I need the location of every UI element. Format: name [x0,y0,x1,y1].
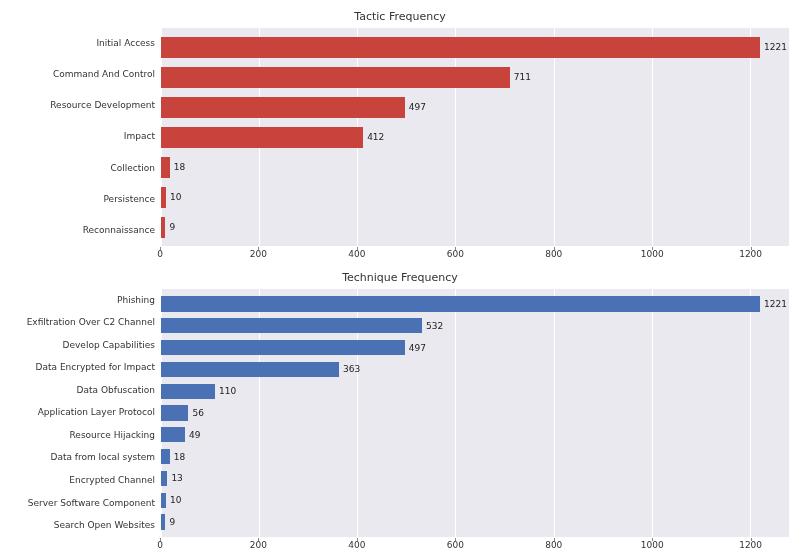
bar-value-label: 1221 [764,42,787,52]
y-axis-label: Data Obfuscation [77,386,155,395]
bar [161,405,188,420]
y-axis-labels: Initial AccessCommand And ControlResourc… [11,28,161,246]
bar [161,362,339,377]
bar-row: 10 [161,182,789,212]
bar [161,384,215,399]
plot-area: PhishingExfiltration Over C2 ChannelDeve… [10,288,790,538]
bar-value-label: 10 [170,495,181,505]
bar-row: 9 [161,212,789,242]
bar-value-label: 110 [219,386,236,396]
x-axis: 020040060080010001200 [10,538,790,554]
x-tick-label: 200 [250,249,267,259]
x-tick-label: 1200 [739,540,762,550]
y-axis-label: Data from local system [50,453,155,462]
x-tick-label: 600 [447,540,464,550]
bars-region: 122153249736311056491813109 [161,289,789,537]
y-axis-label: Encrypted Channel [69,476,155,485]
y-axis-label: Resource Development [50,101,155,110]
bar-value-label: 711 [514,72,531,82]
bar [161,97,405,118]
y-axis-label: Reconnaissance [83,226,155,235]
bar [161,67,510,88]
y-axis-label: Server Software Component [28,499,155,508]
bar-row: 110 [161,380,789,402]
bar-value-label: 1221 [764,299,787,309]
x-tick-label: 400 [348,249,365,259]
chart-title: Tactic Frequency [10,10,790,23]
x-tick-label: 400 [348,540,365,550]
bar-value-label: 10 [170,192,181,202]
bar-row: 13 [161,468,789,490]
bar [161,471,167,486]
y-axis-label: Search Open Websites [54,521,155,530]
bar-row: 532 [161,315,789,337]
bar-row: 18 [161,446,789,468]
y-axis-label: Impact [124,132,155,141]
bar [161,449,170,464]
bar-row: 1221 [161,32,789,62]
bar-value-label: 363 [343,364,360,374]
y-axis-label: Exfiltration Over C2 Channel [27,318,155,327]
bar-row: 10 [161,489,789,511]
bar [161,427,185,442]
x-axis: 020040060080010001200 [10,247,790,263]
chart-title: Technique Frequency [10,271,790,284]
bar-value-label: 9 [169,517,175,527]
bar-row: 412 [161,122,789,152]
y-axis-label: Persistence [104,195,155,204]
bar [161,127,363,148]
bars: 122153249736311056491813109 [161,289,789,537]
bars-region: 122171149741218109 [161,28,789,246]
bars: 122171149741218109 [161,28,789,246]
bar-row: 711 [161,62,789,92]
bar [161,157,170,178]
bar [161,217,165,238]
bar [161,296,760,311]
bar-row: 497 [161,337,789,359]
x-tick-label: 200 [250,540,267,550]
bar-value-label: 9 [169,222,175,232]
bar-row: 1221 [161,293,789,315]
plot-area: Initial AccessCommand And ControlResourc… [10,27,790,247]
y-axis-label: Application Layer Protocol [38,408,155,417]
y-axis-label: Develop Capabilities [63,341,155,350]
x-tick-label: 800 [545,249,562,259]
bar-value-label: 13 [171,473,182,483]
x-tick-label: 0 [157,249,163,259]
bar-row: 18 [161,152,789,182]
bar-value-label: 18 [174,162,185,172]
x-tick-label: 1000 [641,540,664,550]
y-axis-label: Command And Control [53,70,155,79]
bar-value-label: 412 [367,132,384,142]
y-axis-label: Collection [110,164,155,173]
bar-value-label: 497 [409,343,426,353]
bar [161,493,166,508]
bar [161,318,422,333]
x-tick-label: 0 [157,540,163,550]
bar-row: 363 [161,358,789,380]
bar-row: 9 [161,511,789,533]
y-axis-label: Data Encrypted for Impact [36,363,155,372]
bar [161,514,165,529]
bar-value-label: 49 [189,430,200,440]
x-tick-label: 800 [545,540,562,550]
bar-value-label: 532 [426,321,443,331]
bar-value-label: 18 [174,452,185,462]
bar [161,340,405,355]
x-tick-label: 1000 [641,249,664,259]
y-axis-label: Initial Access [96,39,155,48]
y-axis-label: Resource Hijacking [70,431,156,440]
bar-row: 56 [161,402,789,424]
bar-value-label: 497 [409,102,426,112]
bar-row: 497 [161,92,789,122]
bar [161,37,760,58]
bar-row: 49 [161,424,789,446]
x-tick-label: 600 [447,249,464,259]
bar-value-label: 56 [192,408,203,418]
technique-frequency-chart: Technique FrequencyPhishingExfiltration … [10,271,790,554]
y-axis-label: Phishing [117,296,155,305]
y-axis-labels: PhishingExfiltration Over C2 ChannelDeve… [11,289,161,537]
tactic-frequency-chart: Tactic FrequencyInitial AccessCommand An… [10,10,790,263]
x-tick-label: 1200 [739,249,762,259]
bar [161,187,166,208]
